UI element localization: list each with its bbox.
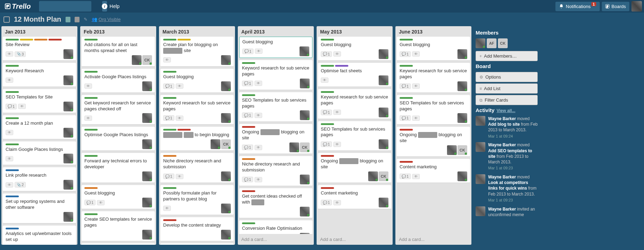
member-avatar[interactable]	[457, 113, 467, 123]
member-avatar[interactable]	[211, 139, 220, 149]
card[interactable]: Guest blogging 1	[397, 37, 470, 61]
filter-cards-button[interactable]: ⧉Filter Cards	[476, 95, 538, 105]
card[interactable]: Keyword research for sub service pages 1	[239, 60, 312, 90]
card[interactable]: Niche directory research and submission …	[239, 156, 312, 186]
list-title[interactable]: June 2013	[395, 26, 471, 37]
card[interactable]: SEO Templates for sub services pages 1	[318, 121, 391, 151]
activity-avatar[interactable]	[476, 142, 485, 152]
member-avatar[interactable]	[221, 204, 231, 213]
card[interactable]: Add citations for all on last months spr…	[82, 37, 155, 67]
member-avatar[interactable]	[379, 108, 388, 117]
card[interactable]: Get keyword research for service pages c…	[82, 95, 155, 125]
card[interactable]: Guest blogging 1	[160, 69, 234, 93]
card[interactable]: Activate Google Places listings	[82, 69, 155, 93]
member-avatar[interactable]	[221, 171, 231, 181]
member-avatar[interactable]	[379, 49, 388, 59]
card[interactable]: SEO Templates for sub services pages 1	[397, 95, 470, 125]
member-initials[interactable]: CK	[498, 38, 508, 48]
options-button[interactable]: ⚙Options	[476, 72, 538, 82]
card[interactable]: Possibly formulate plan for partners to …	[160, 185, 234, 215]
card[interactable]: Link profile research 2	[3, 167, 76, 191]
member-avatar[interactable]	[300, 207, 310, 216]
card[interactable]: Forward any technical errors to develope…	[82, 153, 155, 183]
member-avatar[interactable]	[63, 212, 73, 222]
card[interactable]: Conversion Rate Optimisation	[239, 220, 312, 234]
card[interactable]: Help ██████ with link	[160, 243, 234, 245]
card[interactable]: Content marketing 1	[397, 159, 470, 183]
card[interactable]: Content marketing 1	[318, 185, 391, 209]
card[interactable]: Optimise Google Places listings	[82, 127, 155, 151]
member-avatar[interactable]	[221, 230, 231, 240]
notifications-button[interactable]: Notifications 1	[555, 2, 600, 11]
app-logo[interactable]: Trello	[2, 2, 33, 10]
card[interactable]: Guest blogging 1	[82, 185, 155, 209]
search-input[interactable]	[39, 4, 102, 9]
add-list-button[interactable]: ≡Add List	[476, 83, 538, 94]
member-avatar[interactable]	[142, 230, 152, 240]
add-card-link[interactable]: Add a card...	[238, 234, 314, 245]
card[interactable]: Site specifics for ████	[82, 243, 155, 245]
activity-avatar[interactable]	[476, 116, 485, 126]
add-members-button[interactable]: +Add Members…	[476, 51, 538, 61]
member-avatar[interactable]	[63, 128, 73, 138]
member-avatar[interactable]	[142, 198, 152, 207]
member-initials[interactable]: CK	[221, 139, 231, 149]
help-link[interactable]: i Help	[102, 3, 120, 9]
member-avatar[interactable]	[300, 233, 310, 234]
card[interactable]: SEO Templates for Site 1	[3, 89, 76, 113]
member-avatar[interactable]	[63, 180, 73, 190]
search-box[interactable]	[39, 1, 91, 12]
card[interactable]: Niche directory research and submission …	[160, 153, 234, 183]
list-title[interactable]: May 2013	[317, 26, 393, 37]
member-avatar[interactable]	[300, 79, 310, 88]
view-all-link[interactable]: View all...	[497, 108, 515, 113]
member-avatar[interactable]	[132, 55, 142, 65]
list-title[interactable]: March 2013	[159, 26, 235, 37]
list-title[interactable]: Jan 2013	[1, 26, 77, 37]
card[interactable]: Site Review 3	[3, 37, 76, 61]
member-avatar[interactable]	[63, 154, 73, 163]
user-avatar[interactable]	[631, 1, 642, 12]
member-initials[interactable]: CK	[300, 142, 310, 152]
card[interactable]: Create SEO templates for service pages	[82, 211, 155, 241]
member-avatar[interactable]	[457, 81, 467, 91]
member-avatar[interactable]	[447, 145, 457, 155]
add-card-link[interactable]: Add a card...	[395, 234, 471, 245]
card[interactable]: Ongoing ██████ blogging on siteCK	[318, 153, 391, 183]
list-title[interactable]: Feb 2013	[80, 26, 156, 37]
card[interactable]: Keyword Research	[3, 63, 76, 87]
member-avatar[interactable]	[221, 81, 231, 91]
member-avatar[interactable]	[368, 171, 378, 181]
member-avatar[interactable]	[221, 113, 231, 123]
activity-avatar[interactable]	[476, 206, 485, 216]
add-card-link[interactable]: Add a card...	[317, 234, 393, 245]
member-avatar[interactable]	[142, 81, 152, 91]
card[interactable]: SEO Templates for sub services pages 1	[239, 92, 312, 122]
member-avatar[interactable]	[300, 110, 310, 120]
member-avatar[interactable]	[63, 49, 73, 59]
member-avatar[interactable]	[457, 49, 467, 59]
member-avatar[interactable]	[476, 38, 485, 48]
member-avatar[interactable]	[142, 171, 152, 181]
card[interactable]: Ongoing ██████ blogging on site 1CK	[239, 124, 312, 154]
activity-avatar[interactable]	[476, 174, 485, 184]
list-title[interactable]: April 2013	[238, 26, 314, 37]
member-avatar[interactable]	[379, 198, 388, 207]
card[interactable]: Keyword research for sub service pages 1	[318, 89, 391, 119]
card[interactable]: Keyword research for sub service pages 1	[397, 63, 470, 93]
member-avatar[interactable]	[300, 175, 310, 184]
card[interactable]: Claim Google Places listings	[3, 141, 76, 166]
card[interactable]: Set up reporting systems and other softw…	[3, 193, 76, 223]
card[interactable]: Analytics set up/webmaster tools set up	[3, 226, 76, 245]
card[interactable]: Create plan for blogging on ██████ site	[160, 37, 234, 67]
boards-button[interactable]: Boards	[602, 2, 629, 11]
member-initials[interactable]: AF	[487, 38, 497, 48]
member-initials[interactable]: CK	[142, 55, 152, 65]
member-avatar[interactable]	[379, 75, 388, 85]
member-initials[interactable]: CK	[379, 171, 388, 181]
member-avatar[interactable]	[221, 55, 231, 65]
card[interactable]: Develop the content strategy	[160, 217, 234, 241]
member-avatar[interactable]	[300, 46, 309, 56]
member-avatar[interactable]	[142, 113, 152, 123]
member-avatar[interactable]	[63, 102, 73, 111]
